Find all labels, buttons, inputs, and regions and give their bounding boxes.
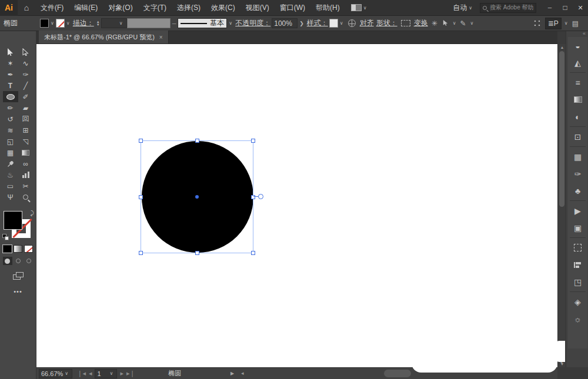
layers-panel-icon[interactable]: ◈ (568, 293, 587, 310)
first-artboard-icon[interactable]: ❘◂ (77, 370, 86, 377)
select-similar-icon[interactable]: ✳ (432, 19, 437, 28)
graphic-style-swatch[interactable] (329, 19, 338, 28)
draw-normal-button[interactable] (3, 257, 12, 265)
handle-bottom-left[interactable] (139, 251, 143, 255)
maximize-button[interactable] (557, 0, 573, 16)
menu-file[interactable]: 文件(F) (35, 0, 69, 16)
slice-tool[interactable]: ✂ (18, 180, 34, 192)
artboard-tool[interactable]: ▭ (3, 180, 18, 192)
symbol-sprayer-tool[interactable]: ♨ (3, 169, 18, 180)
pathfinder-panel-icon[interactable]: ◳ (568, 273, 587, 290)
free-transform-tool[interactable]: ⊞ (18, 125, 34, 136)
shape-builder-tool[interactable]: ◱ (3, 136, 18, 147)
symbols-panel-icon[interactable]: ♣ (568, 182, 587, 199)
shape-properties-icon[interactable] (401, 20, 410, 26)
vertical-scrollbar[interactable]: ▲ ▼ (557, 44, 566, 367)
zoom-level-select[interactable]: 66.67% (39, 369, 72, 378)
edit-toolbar-button[interactable]: ••• (0, 288, 36, 295)
chevron-down-icon[interactable] (470, 21, 474, 26)
minimize-button[interactable] (542, 0, 557, 16)
status-bar-menu-icon[interactable]: ▶ (230, 371, 234, 376)
horizontal-scroll-thumb[interactable] (384, 370, 411, 377)
fill-swatch-black[interactable] (4, 211, 22, 230)
hand-tool[interactable]: Ψ (3, 192, 18, 203)
document-setup-globe-icon[interactable] (348, 19, 356, 27)
direct-selection-tool[interactable] (18, 46, 34, 58)
lasso-tool[interactable]: ∿ (18, 58, 34, 69)
color-button[interactable] (3, 245, 12, 253)
scroll-up-icon[interactable]: ▲ (558, 45, 566, 49)
selection-tool[interactable] (3, 46, 18, 58)
menu-view[interactable]: 视图(V) (240, 0, 275, 16)
isolate-selection-icon[interactable] (442, 19, 449, 28)
search-input[interactable]: 搜索 Adobe 帮助 (480, 3, 536, 13)
vertical-scroll-thumb[interactable] (559, 51, 564, 207)
close-button[interactable] (573, 0, 588, 16)
asset-export-panel-icon[interactable]: ▣ (568, 219, 587, 236)
actions-panel-icon[interactable]: ▶ (568, 202, 587, 219)
paintbrush-tool[interactable]: ✐ (18, 91, 34, 102)
shape-center-point[interactable] (195, 195, 199, 199)
stroke-link[interactable]: 描边： (73, 18, 94, 28)
home-icon[interactable]: ⌂ (18, 3, 35, 12)
menu-edit[interactable]: 编辑(E) (69, 0, 103, 16)
zoom-tool[interactable] (18, 192, 34, 203)
width-tool[interactable]: ≋ (3, 125, 18, 136)
align-link[interactable]: 对齐 (360, 18, 374, 28)
chevron-down-icon[interactable] (340, 21, 343, 26)
curvature-tool[interactable]: ✑ (18, 69, 34, 80)
graphic-styles-panel-icon[interactable]: ▦ (568, 148, 587, 165)
scroll-left-icon[interactable]: ◂ (241, 370, 244, 376)
opacity-link[interactable]: 不透明度： (235, 18, 270, 28)
chevron-down-icon[interactable] (469, 5, 472, 11)
gradient-button[interactable] (14, 245, 22, 253)
document-tab[interactable]: 未标题-1* @ 66.67% (RGB/GPU 预览) × (39, 31, 169, 43)
handle-top-right[interactable] (251, 139, 255, 143)
chevron-down-icon[interactable] (66, 21, 70, 26)
none-button[interactable] (24, 245, 33, 253)
transform-link[interactable]: 变换 (414, 18, 428, 28)
properties-panel-button[interactable]: ≣P (545, 18, 562, 29)
draw-behind-button[interactable] (14, 257, 23, 265)
magic-wand-tool[interactable]: ✶ (3, 58, 18, 69)
workspace-switcher[interactable]: 自动 (453, 3, 467, 13)
color-panel-icon[interactable]: ◒ (568, 37, 587, 54)
opacity-value-field[interactable]: 100% (272, 18, 298, 28)
menu-effect[interactable]: 效果(C) (206, 0, 240, 16)
draw-inside-button[interactable] (24, 257, 34, 265)
handle-top-center[interactable] (195, 139, 199, 143)
gradient-panel-icon[interactable] (568, 91, 587, 108)
align-panel-icon[interactable] (568, 256, 587, 273)
line-segment-tool[interactable]: ╱ (18, 80, 34, 91)
fill-color-swatch[interactable] (40, 19, 49, 28)
pencil-tool[interactable]: ✏ (3, 102, 18, 113)
stroke-color-swatch[interactable] (56, 19, 65, 28)
shape-link[interactable]: 形状： (376, 18, 397, 28)
close-tab-icon[interactable]: × (159, 34, 163, 41)
eyedropper-tool[interactable] (3, 158, 18, 169)
stroke-panel-icon[interactable]: ≡ (568, 74, 587, 91)
ellipse-tool[interactable] (3, 91, 18, 102)
stroke-weight-select[interactable] (101, 18, 127, 28)
recolor-artwork-icon[interactable]: ✎ (460, 19, 466, 28)
type-tool[interactable]: T (3, 80, 18, 91)
chevron-down-icon[interactable] (363, 5, 367, 11)
column-graph-tool[interactable] (18, 169, 34, 180)
artboards-panel-icon[interactable]: ☼ (568, 310, 587, 327)
screen-mode-button[interactable] (13, 272, 24, 280)
swap-fill-stroke-icon[interactable]: ⤸ (31, 210, 34, 217)
handle-bottom-right[interactable] (251, 251, 255, 255)
width-profile-select[interactable] (127, 18, 171, 28)
color-guide-panel-icon[interactable]: ◭ (568, 54, 587, 71)
handle-middle-left[interactable] (139, 195, 143, 199)
gradient-tool[interactable] (18, 147, 34, 158)
mesh-tool[interactable]: ▦ (3, 147, 18, 158)
opacity-next-icon[interactable]: ❯ (299, 21, 304, 26)
expand-dock-icon[interactable]: « (583, 31, 586, 36)
rotate-tool[interactable]: ↺ (3, 113, 18, 125)
scale-tool[interactable]: 回 (18, 113, 34, 125)
stroke-weight-stepper[interactable]: ▲▼ (96, 21, 100, 26)
handle-top-left[interactable] (139, 139, 143, 143)
artboard-canvas[interactable] (36, 44, 557, 367)
handle-bottom-center[interactable] (195, 251, 199, 255)
